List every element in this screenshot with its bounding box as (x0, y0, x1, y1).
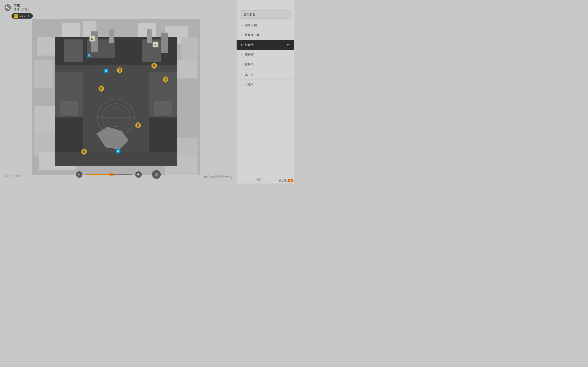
location-item-yingxing[interactable]: 迎星港 (237, 60, 294, 70)
svg-text:▶: ▶ (155, 43, 157, 46)
svg-rect-54 (137, 124, 139, 127)
location-label: 太卜司 (245, 73, 289, 77)
location-label: 流云渡 (245, 53, 289, 57)
svg-rect-40 (147, 29, 152, 43)
svg-rect-20 (64, 40, 83, 62)
star-map-button[interactable]: 星轨航图 › (240, 10, 291, 19)
svg-rect-13 (35, 60, 53, 88)
svg-point-0 (7, 6, 9, 8)
svg-rect-46 (153, 64, 156, 65)
site-label: 代练通 (279, 179, 287, 182)
location-item-changle[interactable]: › 长乐天 ▼ (237, 40, 294, 50)
svg-rect-23 (55, 65, 177, 72)
location-list: 观景车厢 星楼海中枢 › 长乐天 ▼ 流云渡 迎星港 太卜司 工造司 (237, 20, 294, 90)
location-label: 工造司 (245, 82, 289, 86)
map-selector-icon (14, 15, 18, 18)
planet-button[interactable] (152, 170, 161, 179)
nav-subtitle: 仙舟「罗浮」 (14, 8, 30, 11)
svg-rect-52 (100, 87, 103, 87)
svg-rect-35 (60, 101, 78, 115)
zoom-in-button[interactable]: + (135, 171, 142, 178)
map-selector-arrow: ▼ (27, 15, 30, 17)
star-map-arrow: › (286, 13, 287, 16)
location-dot (241, 84, 242, 85)
location-item-taibusi[interactable]: 太卜司 (237, 70, 294, 80)
svg-rect-7 (62, 23, 80, 37)
location-dot (241, 74, 242, 75)
map-selector-dropdown[interactable]: 7 / 7 ▼ (11, 13, 33, 19)
chevron-left-icon: › (238, 44, 239, 46)
map-selector-label: 7 / 7 (20, 14, 26, 18)
location-item-gongzao[interactable]: 工造司 (237, 80, 294, 90)
nav-title: 导航 (14, 3, 30, 8)
nav-header: 导航 仙舟「罗浮」 (5, 3, 30, 11)
svg-point-62 (105, 70, 107, 72)
zoom-slider[interactable] (86, 174, 132, 175)
location-label: 星楼海中枢 (245, 33, 289, 37)
uid-watermark: UID:101715979 (3, 175, 21, 178)
watermark-text: 米游社@小周不想救十么 (204, 175, 232, 178)
svg-rect-3 (14, 15, 17, 17)
map-label: 地图 (256, 178, 261, 181)
bottom-bar: − + (0, 170, 237, 179)
svg-point-82 (155, 173, 157, 176)
location-dot (241, 34, 242, 36)
location-dot (241, 54, 242, 56)
location-dot (241, 25, 242, 26)
svg-rect-39 (161, 33, 168, 53)
location-item-liuyun[interactable]: 流云渡 (237, 50, 294, 60)
svg-rect-38 (109, 29, 114, 43)
nav-location-icon (5, 4, 11, 11)
svg-point-70 (117, 150, 119, 152)
location-active-icon: ▼ (286, 43, 289, 47)
location-label: 观景车厢 (245, 23, 289, 27)
location-item-xinglou[interactable]: 星楼海中枢 (237, 30, 294, 40)
svg-rect-49 (164, 77, 167, 78)
star-map-label: 星轨航图 (243, 12, 255, 17)
svg-rect-45 (153, 64, 155, 67)
location-dot (241, 64, 242, 65)
svg-rect-55 (137, 123, 139, 124)
zoom-plus-icon: + (137, 172, 140, 177)
location-label: 迎星港 (245, 63, 289, 67)
svg-rect-57 (83, 150, 85, 153)
map-canvas: ▶ ▶ (32, 19, 200, 175)
planet-icon (154, 172, 159, 177)
right-panel: 星轨航图 › 观景车厢 星楼海中枢 › 长乐天 ▼ 流云渡 迎星港 (237, 0, 294, 184)
site-badge: ItE (288, 179, 293, 182)
site-badge-container: 代练通 ItE (279, 179, 293, 182)
location-dot (241, 44, 242, 46)
svg-rect-37 (91, 31, 98, 52)
location-item-guanjing[interactable]: 观景车厢 (237, 20, 294, 30)
svg-rect-58 (83, 150, 86, 150)
svg-rect-43 (118, 68, 121, 69)
svg-text:▶: ▶ (91, 37, 94, 41)
nav-text: 导航 仙舟「罗浮」 (14, 3, 30, 11)
svg-rect-51 (100, 87, 102, 90)
svg-rect-14 (35, 106, 57, 133)
zoom-thumb[interactable] (109, 173, 113, 176)
svg-rect-34 (55, 152, 177, 166)
svg-rect-12 (174, 60, 198, 78)
svg-rect-42 (119, 69, 121, 72)
zoom-track (86, 174, 111, 175)
zoom-out-button[interactable]: − (76, 171, 82, 178)
svg-rect-48 (165, 78, 166, 81)
zoom-minus-icon: − (78, 172, 80, 177)
location-label: 长乐天 (245, 43, 284, 47)
svg-rect-36 (154, 101, 172, 115)
